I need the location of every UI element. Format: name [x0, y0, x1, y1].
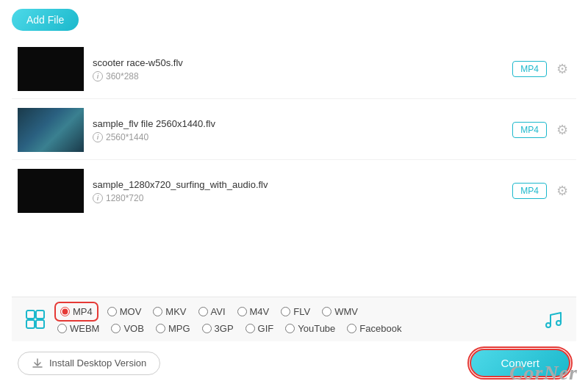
format-m4v[interactable]: M4V [237, 306, 270, 317]
format-mkv[interactable]: MKV [153, 306, 186, 317]
format-facebook[interactable]: Facebook [347, 323, 401, 334]
format-badge[interactable]: MP4 [512, 122, 547, 138]
info-icon: i [93, 193, 103, 203]
format-facebook-label: Facebook [359, 323, 401, 334]
format-row-1: MP4 MOV MKV AVI M4V [57, 305, 534, 319]
radio-webm[interactable] [57, 324, 67, 333]
format-webm[interactable]: WEBM [57, 323, 99, 334]
install-label: Install Desktop Version [49, 357, 146, 369]
format-mpg-label: MPG [168, 323, 190, 334]
file-list: scooter race-w50s.flv i 360*288 MP4 ⚙ sa… [12, 40, 576, 297]
format-mov[interactable]: MOV [107, 306, 142, 317]
file-name: sample_flv file 2560x1440.flv [93, 118, 503, 129]
radio-mp4[interactable] [60, 307, 70, 316]
footer-bar: Install Desktop Version Convert [12, 341, 576, 383]
file-actions: MP4 ⚙ [512, 61, 570, 77]
file-item: scooter race-w50s.flv i 360*288 MP4 ⚙ [12, 40, 576, 99]
file-item: sample_flv file 2560x1440.flv i 2560*144… [12, 101, 576, 160]
file-thumbnail [18, 108, 84, 152]
format-mp4[interactable]: MP4 [57, 305, 96, 319]
file-resolution-row: i 2560*1440 [93, 132, 503, 142]
radio-m4v[interactable] [237, 307, 247, 316]
svg-rect-3 [36, 320, 44, 328]
install-desktop-button[interactable]: Install Desktop Version [18, 352, 160, 375]
info-icon: i [93, 71, 103, 81]
format-grid-icon [22, 306, 49, 333]
svg-rect-0 [26, 311, 35, 319]
radio-flv[interactable] [281, 307, 290, 316]
format-mpg[interactable]: MPG [156, 323, 190, 334]
file-resolution-row: i 1280*720 [93, 193, 503, 203]
radio-vob[interactable] [111, 324, 121, 333]
file-info: scooter race-w50s.flv i 360*288 [93, 57, 503, 81]
format-3gp-label: 3GP [215, 323, 234, 334]
radio-mov[interactable] [107, 307, 117, 316]
format-options: MP4 MOV MKV AVI M4V [57, 305, 534, 334]
file-thumbnail [18, 47, 84, 91]
format-youtube[interactable]: YouTube [285, 323, 335, 334]
add-file-button[interactable]: Add File [12, 9, 79, 31]
file-info: sample_flv file 2560x1440.flv i 2560*144… [93, 118, 503, 142]
music-icon[interactable] [539, 306, 566, 333]
file-resolution-row: i 360*288 [93, 71, 503, 81]
file-thumbnail [18, 169, 84, 213]
settings-icon[interactable]: ⚙ [554, 183, 570, 199]
format-vob-label: VOB [123, 323, 143, 334]
settings-icon[interactable]: ⚙ [554, 61, 570, 77]
radio-youtube[interactable] [285, 324, 295, 333]
svg-point-4 [546, 323, 551, 327]
format-flv[interactable]: FLV [281, 306, 310, 317]
file-resolution: 1280*720 [106, 193, 143, 203]
format-panel: MP4 MOV MKV AVI M4V [12, 297, 576, 341]
settings-icon[interactable]: ⚙ [554, 122, 570, 138]
file-info: sample_1280x720_surfing_with_audio.flv i… [93, 179, 503, 203]
file-actions: MP4 ⚙ [512, 183, 570, 199]
format-avi-label: AVI [211, 306, 226, 317]
convert-button[interactable]: Convert [470, 349, 570, 377]
format-wmv[interactable]: WMV [322, 306, 358, 317]
format-mov-label: MOV [120, 306, 142, 317]
file-name: scooter race-w50s.flv [93, 57, 503, 68]
format-row-2: WEBM VOB MPG 3GP GIF [57, 323, 534, 334]
format-gif[interactable]: GIF [245, 323, 274, 334]
radio-mkv[interactable] [153, 307, 162, 316]
svg-rect-1 [36, 311, 44, 319]
svg-rect-2 [26, 320, 35, 328]
main-container: Add File scooter race-w50s.flv i 360*288… [0, 0, 588, 392]
format-webm-label: WEBM [70, 323, 99, 334]
format-flv-label: FLV [293, 306, 310, 317]
top-bar: Add File [12, 9, 576, 31]
file-name: sample_1280x720_surfing_with_audio.flv [93, 179, 503, 190]
format-youtube-label: YouTube [298, 323, 335, 334]
radio-avi[interactable] [198, 307, 208, 316]
format-wmv-label: WMV [334, 306, 358, 317]
radio-facebook[interactable] [347, 324, 356, 333]
radio-wmv[interactable] [322, 307, 331, 316]
svg-point-5 [556, 321, 561, 325]
file-resolution: 2560*1440 [106, 132, 148, 142]
radio-gif[interactable] [245, 324, 255, 333]
file-resolution: 360*288 [106, 71, 139, 81]
download-icon [32, 357, 43, 369]
format-3gp[interactable]: 3GP [202, 323, 234, 334]
format-vob[interactable]: VOB [111, 323, 143, 334]
file-actions: MP4 ⚙ [512, 122, 570, 138]
radio-mpg[interactable] [156, 324, 165, 333]
format-m4v-label: M4V [250, 306, 270, 317]
file-item: sample_1280x720_surfing_with_audio.flv i… [12, 161, 576, 220]
format-badge[interactable]: MP4 [512, 61, 547, 77]
format-gif-label: GIF [258, 323, 274, 334]
format-badge[interactable]: MP4 [512, 183, 547, 199]
format-mp4-label: MP4 [73, 306, 93, 317]
format-avi[interactable]: AVI [198, 306, 226, 317]
radio-3gp[interactable] [202, 324, 212, 333]
format-mkv-label: MKV [165, 306, 186, 317]
info-icon: i [93, 132, 103, 142]
